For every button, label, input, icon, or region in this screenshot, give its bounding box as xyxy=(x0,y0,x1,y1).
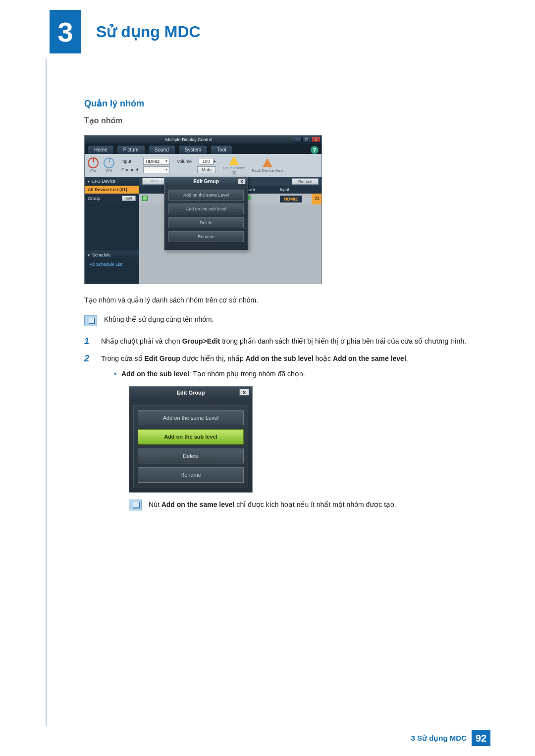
group-label: Group xyxy=(88,196,100,201)
warning-icon xyxy=(263,158,272,167)
minimize-button[interactable]: – xyxy=(293,137,302,143)
step-number: 1 xyxy=(84,336,93,347)
input-label: Input xyxy=(121,159,141,164)
tab-home[interactable]: Home xyxy=(88,145,114,154)
power-on-label: On xyxy=(90,168,96,173)
note-text: Không thể sử dụng cùng tên nhóm. xyxy=(104,315,214,326)
popup-close-button[interactable]: x xyxy=(238,178,246,184)
dlg-add-sub-level-button[interactable]: Add on the sub level xyxy=(138,429,244,445)
subsection-heading: Tạo nhóm xyxy=(84,116,490,125)
add-same-level-button[interactable]: Add on the same Level xyxy=(168,190,244,201)
volume-value[interactable]: 100 xyxy=(199,158,214,165)
mute-button[interactable]: Mute xyxy=(197,166,216,173)
all-schedule-list[interactable]: All Schedule List xyxy=(85,259,139,269)
lfd-device-header[interactable]: ▾LFD Device xyxy=(85,177,139,186)
app-title: Multiple Display Control xyxy=(85,137,293,142)
right-panel: Add Refresh te ower Input xyxy=(139,177,321,284)
chapter-title: Sử dụng MDC xyxy=(96,22,201,41)
fault-device[interactable]: Fault Device (0) xyxy=(223,156,245,175)
channel-dropdown[interactable] xyxy=(143,166,170,173)
step-1: 1 Nhấp chuột phải và chọn Group>Edit tro… xyxy=(84,336,490,347)
add-sub-level-button[interactable]: Add on the sub level xyxy=(168,203,244,214)
step-2: 2 Trong cửa sổ Edit Group được hiển thị,… xyxy=(84,353,490,520)
input-cell: HDMI2 xyxy=(280,196,302,202)
tab-tool[interactable]: Tool xyxy=(211,145,232,154)
toolbar: On Off Input HDMI2 Channel V xyxy=(85,154,321,177)
step-number: 2 xyxy=(84,353,93,520)
channel-label: Channel xyxy=(121,167,141,172)
dialog-close-button[interactable]: x xyxy=(239,389,249,396)
bullet-item: Add on the sub level: Tạo nhóm phụ trong… xyxy=(114,369,490,379)
refresh-button[interactable]: Refresh xyxy=(292,178,319,185)
left-panel: ▾LFD Device All Device List (01) Group E… xyxy=(85,177,139,284)
note: Không thể sử dụng cùng tên nhóm. xyxy=(84,315,481,326)
edit-button[interactable]: Edit xyxy=(122,196,136,201)
section-heading: Quản lý nhóm xyxy=(84,98,490,109)
tab-sound[interactable]: Sound xyxy=(148,145,175,154)
app-titlebar: Multiple Display Control – □ x xyxy=(85,136,321,144)
dlg-rename-button[interactable]: Rename xyxy=(138,467,244,483)
maximize-button[interactable]: □ xyxy=(302,137,311,143)
add-button[interactable]: Add xyxy=(142,178,166,185)
group-row: Group Edit xyxy=(85,194,139,203)
chapter-number: 3 xyxy=(50,10,81,53)
checkbox-icon[interactable] xyxy=(142,196,148,201)
power-off-button[interactable]: Off xyxy=(104,157,114,173)
help-icon[interactable]: ? xyxy=(311,146,319,154)
schedule-header[interactable]: ▾Schedule xyxy=(85,251,139,259)
footer: 3 Sử dụng MDC 92 xyxy=(0,730,535,746)
body-text: Tạo nhóm và quản lý danh sách nhóm trên … xyxy=(84,295,481,305)
fault-device-alert[interactable]: Fault Device Alert xyxy=(252,158,283,173)
note-icon xyxy=(129,500,142,510)
rename-button[interactable]: Rename xyxy=(168,231,244,242)
input-dropdown[interactable]: HDMI2 xyxy=(143,158,170,165)
power-off-label: Off xyxy=(106,168,112,173)
chapter-header: 3 Sử dụng MDC xyxy=(50,10,490,53)
tab-system[interactable]: System xyxy=(178,145,208,154)
volume-label: Volume xyxy=(177,159,197,164)
note-text: Nút Add on the same level chỉ được kích … xyxy=(149,500,396,510)
popup-title: Edit Group x xyxy=(164,177,248,186)
tab-picture[interactable]: Picture xyxy=(117,145,145,154)
close-button[interactable]: x xyxy=(312,137,321,143)
warning-icon xyxy=(229,156,239,165)
all-device-list[interactable]: All Device List (01) xyxy=(85,186,139,194)
edit-group-dialog: Edit Group x Add on the same Level Add o… xyxy=(129,386,253,493)
dlg-delete-button[interactable]: Delete xyxy=(138,449,244,464)
dlg-add-same-level-button[interactable]: Add on the same Level xyxy=(138,410,244,426)
note: Nút Add on the same level chỉ được kích … xyxy=(129,500,481,510)
note-icon xyxy=(84,315,97,326)
power-on-button[interactable]: On xyxy=(88,157,99,173)
delete-button[interactable]: Delete xyxy=(168,217,244,228)
page-number: 92 xyxy=(472,730,490,746)
edit-group-popup: Edit Group x Add on the same Level Add o… xyxy=(164,177,248,251)
dialog-title: Edit Group x xyxy=(129,387,252,399)
app-screenshot: Multiple Display Control – □ x Home Pict… xyxy=(84,135,322,284)
footer-label: 3 Sử dụng MDC xyxy=(411,734,467,743)
